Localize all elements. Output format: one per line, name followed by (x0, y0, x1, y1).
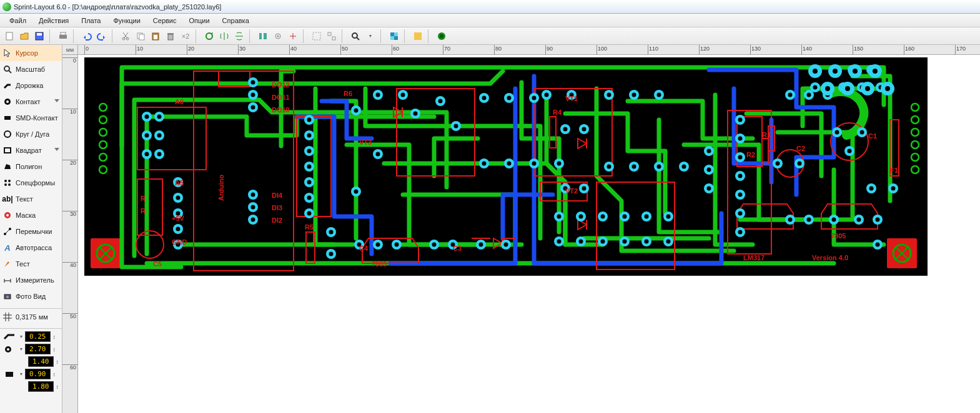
svg-point-34 (4, 180, 7, 182)
info-button[interactable] (411, 29, 425, 43)
tool-jumper[interactable]: Перемычки (0, 223, 62, 240)
svg-point-205 (657, 165, 661, 169)
svg-point-101 (251, 205, 255, 210)
title-bar: Sprint-Layout 6.0 - [D:\андроед\плата\ra… (0, 0, 980, 14)
tool-poly[interactable]: Полигон (0, 158, 62, 175)
transparent-button[interactable] (387, 29, 401, 43)
svg-text:GND: GND (172, 238, 187, 246)
ungroup-button[interactable] (325, 29, 339, 43)
svg-text:C3: C3 (453, 245, 462, 252)
tool-photo[interactable]: Фото Вид (0, 288, 62, 304)
menu-service[interactable]: Сервис (147, 16, 182, 26)
paste-button[interactable] (149, 29, 162, 43)
print-button[interactable] (56, 29, 70, 43)
svg-point-219 (707, 168, 711, 172)
param-smd-w[interactable]: ▾ 0.90 ↕ (2, 369, 59, 379)
param-pad-inner[interactable]: 1.40 ↕ (2, 356, 59, 367)
mirror-v-button[interactable] (232, 29, 246, 43)
svg-point-249 (807, 218, 811, 222)
copy-button[interactable] (134, 29, 147, 43)
tool-mask[interactable]: Маска (0, 207, 62, 223)
param-pad-out-val: 2.70 (25, 344, 51, 354)
svg-point-30 (6, 100, 9, 103)
tool-smd[interactable]: SMD-Контакт (0, 110, 62, 126)
svg-point-287 (833, 69, 838, 74)
cut-button[interactable] (119, 29, 132, 43)
svg-text:VT2: VT2 (565, 187, 578, 195)
svg-rect-19 (328, 32, 331, 36)
svg-text:7805: 7805 (831, 232, 846, 240)
svg-point-135 (438, 99, 443, 104)
remove-conn-button[interactable] (286, 29, 300, 43)
menu-actions[interactable]: Действия (33, 16, 74, 26)
tool-zoom-label: Масштаб (16, 66, 45, 73)
align-button[interactable] (256, 29, 270, 43)
save-button[interactable] (32, 29, 46, 43)
svg-point-185 (623, 215, 627, 219)
tool-rect[interactable]: Квадрат (0, 142, 62, 158)
svg-text:LM317: LM317 (743, 254, 765, 261)
param-smd-h[interactable]: 1.80 ↕ (2, 381, 59, 392)
menu-board[interactable]: Плата (76, 16, 106, 26)
svg-point-149 (479, 243, 483, 247)
menu-functions[interactable]: Функции (107, 16, 146, 26)
tool-special[interactable]: Спецформы (0, 175, 62, 191)
undo-button[interactable] (80, 29, 94, 43)
new-button[interactable] (2, 29, 16, 43)
design-canvas[interactable]: Arduino A0 A5 R R +5V GND C5 DO12 DO11 D… (78, 55, 980, 413)
svg-point-45 (7, 348, 9, 351)
tool-circle[interactable]: Круг / Дуга (0, 126, 62, 142)
delete-button[interactable] (164, 29, 177, 43)
svg-rect-46 (6, 372, 13, 377)
tool-autoroute-label: Автотрасса (16, 244, 52, 251)
tool-cursor[interactable]: Курсор (0, 45, 62, 61)
menu-file[interactable]: Файл (4, 16, 32, 26)
dup-button[interactable]: ×2 (179, 29, 192, 43)
mirror-h-button[interactable] (217, 29, 231, 43)
tool-pad[interactable]: Контакт (0, 94, 62, 110)
snap-button[interactable] (271, 29, 285, 43)
menu-help[interactable]: Справка (217, 16, 255, 26)
svg-point-213 (645, 240, 649, 244)
rotate-button[interactable] (202, 29, 216, 43)
svg-point-105 (307, 118, 312, 122)
svg-point-310 (911, 153, 919, 161)
svg-point-99 (251, 193, 255, 197)
zoom-button[interactable] (349, 29, 362, 43)
tool-autoroute[interactable]: AАвтотрасса (0, 240, 62, 256)
svg-point-28 (4, 66, 9, 71)
svg-point-257 (848, 149, 852, 153)
param-pad-outer[interactable]: ▾ 2.70 ↕ (2, 344, 59, 354)
tool-track[interactable]: Дорожка (0, 77, 62, 94)
group-button[interactable] (310, 29, 324, 43)
svg-point-71 (145, 115, 149, 119)
svg-point-253 (835, 130, 839, 135)
svg-point-251 (832, 218, 836, 222)
svg-point-233 (738, 211, 743, 216)
tool-text[interactable]: ab|Текст (0, 191, 62, 207)
svg-point-161 (507, 162, 512, 166)
svg-point-167 (545, 93, 549, 97)
tool-measure[interactable]: Измеритель (0, 272, 62, 288)
open-button[interactable] (17, 29, 31, 43)
svg-text:DI3: DI3 (272, 204, 282, 211)
svg-point-131 (401, 93, 405, 97)
tool-test[interactable]: Тест (0, 256, 62, 272)
svg-text:R4: R4 (553, 109, 562, 116)
menu-options[interactable]: Опции (184, 16, 215, 26)
zoom-dd-button[interactable]: ▾ (364, 29, 377, 43)
grid-setting[interactable]: 0,3175 мм (0, 308, 62, 324)
svg-text:DO12: DO12 (272, 81, 290, 89)
drc-button[interactable] (435, 29, 448, 43)
tool-cursor-label: Курсор (16, 49, 38, 57)
svg-text:A5: A5 (175, 179, 184, 187)
svg-text:+5V: +5V (172, 215, 185, 222)
svg-point-243 (807, 93, 811, 97)
svg-point-115 (307, 196, 312, 200)
param-track-width[interactable]: ▾ 0.25 ↕ (2, 331, 59, 342)
redo-button[interactable] (95, 29, 109, 43)
tool-zoom[interactable]: Масштаб (0, 61, 62, 77)
svg-point-293 (825, 86, 830, 91)
svg-point-281 (876, 218, 880, 222)
svg-point-301 (99, 116, 107, 124)
